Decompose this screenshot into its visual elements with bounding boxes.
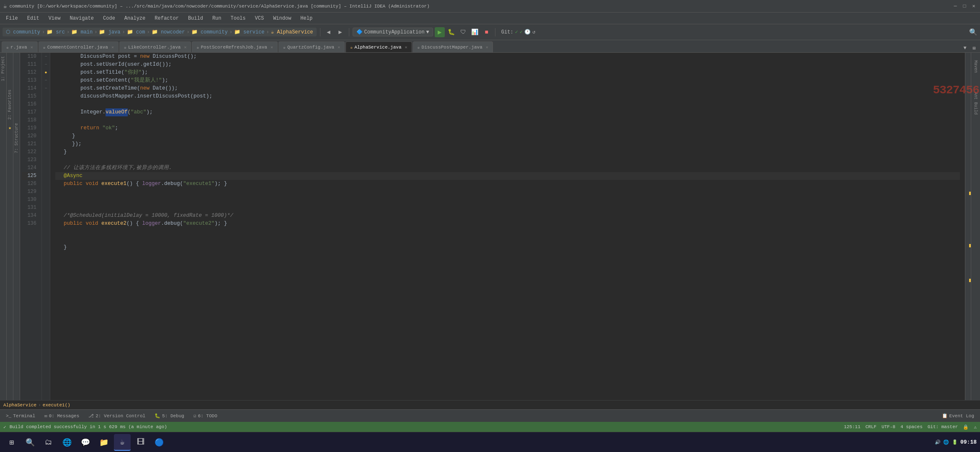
menu-window[interactable]: Window (269, 14, 295, 23)
tab-like-controller[interactable]: ☕ LikeController.java ✕ (119, 41, 191, 52)
code-line-129 (55, 204, 960, 212)
cursor-position[interactable]: 125:11 (844, 424, 861, 429)
minimize-button[interactable]: — (952, 3, 958, 9)
structure-panel[interactable]: 7: Structure (13, 53, 20, 400)
bottom-tab-messages[interactable]: ✉ 0: Messages (40, 411, 83, 420)
bottom-tab-terminal[interactable]: >_ Terminal (2, 412, 39, 420)
crumb-main[interactable]: 📁 main (71, 29, 93, 35)
tab-post-score[interactable]: ☕ PostScoreRefreshJob.java ✕ (192, 41, 278, 52)
title-left: ☕ community [D:/work/workspace/community… (3, 3, 430, 10)
taskbar-app[interactable]: 🔵 (151, 434, 168, 451)
git-section: Git: ✓ ✓ 🕐 ↺ (501, 29, 536, 35)
tab-list-button[interactable]: ▼ (961, 44, 969, 52)
back-button[interactable]: ◀ (324, 27, 334, 37)
tab-close-alpha[interactable]: ✕ (405, 45, 407, 50)
breadcrumb-execute1[interactable]: execute1() (43, 403, 70, 408)
tab-discuss-mapper[interactable]: ☕ DiscussPostMapper.java ✕ (413, 41, 493, 52)
code-editor[interactable]: 110 111 112 113 114 115 116 117 118 119 … (20, 53, 971, 400)
code-content[interactable]: DiscussPost post = new DiscussPost(); po… (50, 53, 965, 400)
tab-icon-comment: ☕ (43, 45, 46, 50)
gutter-131-fold[interactable]: − (42, 85, 50, 92)
menu-run[interactable]: Run (208, 14, 226, 23)
taskbar-folder[interactable]: 📁 (95, 434, 112, 451)
toolbar: ⬡ community › 📁 src › 📁 main › 📁 java › … (0, 24, 980, 40)
git-undo[interactable]: ↺ (532, 29, 535, 35)
toolbar-breadcrumb[interactable]: ⬡ community › 📁 src › 📁 main › 📁 java › … (3, 28, 317, 36)
gutter-126-fold[interactable]: − (42, 77, 50, 85)
stop-button[interactable]: ■ (482, 27, 492, 37)
crumb-service[interactable]: 📁 service (234, 29, 265, 35)
coverage-button[interactable]: 🛡 (458, 27, 468, 37)
title-buttons: — □ ✕ (952, 3, 977, 9)
tab-split-button[interactable]: ⊞ (970, 44, 978, 52)
toolbar-separator2 (349, 28, 349, 36)
line-num-131: 131 (22, 204, 36, 212)
forward-button[interactable]: ▶ (335, 27, 346, 37)
debug-button[interactable]: 🐛 (446, 27, 456, 37)
menu-vcs[interactable]: VCS (251, 14, 268, 23)
crumb-com[interactable]: 📁 com (127, 29, 145, 35)
breadcrumb-alphaservice[interactable]: AlphaService (3, 403, 36, 408)
start-button[interactable]: ⊞ (3, 434, 20, 451)
taskbar-search[interactable]: 🔍 (22, 434, 39, 451)
indent-size[interactable]: 4 spaces (900, 424, 923, 429)
crumb-java[interactable]: 📁 java (99, 29, 120, 35)
bottom-tab-debug[interactable]: 🐛 5: Debug (150, 411, 188, 420)
gutter-122-fold[interactable]: − (42, 61, 50, 69)
global-search-icon[interactable]: 🔍 (969, 28, 977, 36)
maximize-button[interactable]: □ (962, 3, 967, 9)
gutter-marker-yellow3 (969, 279, 971, 282)
menu-build[interactable]: Build (184, 14, 207, 23)
tab-close-discuss[interactable]: ✕ (486, 45, 488, 50)
favorites-panel[interactable]: 2: Favorites ★ (7, 53, 13, 400)
menu-navigate[interactable]: Navigate (65, 14, 98, 23)
status-bar-right: 125:11 CRLF UTF-8 4 spaces Git: master 🔒… (844, 424, 977, 430)
crumb-src[interactable]: 📁 src (46, 29, 65, 35)
bottom-tab-version-control[interactable]: ⎇ 2: Version Control (84, 411, 150, 420)
tab-close-comment[interactable]: ✕ (111, 45, 114, 50)
taskbar-edge[interactable]: 🌐 (59, 434, 75, 451)
menu-view[interactable]: View (44, 14, 65, 23)
taskbar-intellij[interactable]: ☕ (114, 434, 131, 451)
taskbar-file-explorer[interactable]: 🗂 (40, 434, 57, 451)
tab-close-post-score[interactable]: ✕ (271, 45, 273, 50)
close-button[interactable]: ✕ (971, 3, 977, 9)
line-ending[interactable]: CRLF (866, 424, 877, 429)
gutter-120-fold[interactable]: − (42, 53, 50, 61)
project-panel[interactable]: 1: Project (0, 53, 7, 400)
tab-quartz-config[interactable]: ☕ QuartzConfig.java ✕ (279, 41, 345, 52)
line-num-110: 110 (22, 53, 36, 61)
run-config-dropdown[interactable]: 🔷 CommunityApplication ▼ (353, 28, 433, 36)
run-button[interactable]: ▶ (435, 27, 445, 37)
taskbar-chat[interactable]: 💬 (77, 434, 94, 451)
bottom-tab-todo[interactable]: ☑ 6: TODO (189, 411, 222, 420)
tab-close-quartz[interactable]: ✕ (338, 45, 340, 50)
menu-help[interactable]: Help (296, 14, 317, 23)
right-scroll-gutter[interactable] (965, 53, 971, 400)
tab-close-like[interactable]: ✕ (184, 45, 186, 50)
tab-alpha-service[interactable]: ☕ AlphaService.java ✕ (346, 41, 412, 52)
encoding[interactable]: UTF-8 (882, 424, 895, 429)
menu-analyze[interactable]: Analyze (120, 14, 150, 23)
code-line-131: public void execute2() { logger.debug("e… (55, 220, 960, 228)
crumb-alphaservice[interactable]: ☕ AlphaService (271, 29, 313, 35)
tab-r-java[interactable]: ☕ r.java ✕ (2, 41, 38, 52)
tab-comment-controller[interactable]: ☕ CommentController.java ✕ (39, 41, 119, 52)
crumb-community[interactable]: ⬡ community (6, 29, 40, 35)
crumb-nowcoder[interactable]: 📁 nowcoder (152, 29, 185, 35)
maven-panel-button[interactable]: Maven (972, 57, 979, 76)
event-log-button[interactable]: 📋 Event Log (938, 411, 978, 420)
profile-button[interactable]: 📊 (470, 27, 480, 37)
menu-tools[interactable]: Tools (227, 14, 250, 23)
git-checkmark2: ✓ (520, 29, 523, 35)
menu-refactor[interactable]: Refactor (150, 14, 183, 23)
bottom-tabs: >_ Terminal ✉ 0: Messages ⎇ 2: Version C… (0, 409, 980, 422)
menu-file[interactable]: File (2, 14, 22, 23)
menu-edit[interactable]: Edit (23, 14, 44, 23)
menu-code[interactable]: Code (99, 14, 119, 23)
git-branch[interactable]: Git: master (928, 424, 958, 429)
line-num-113: 113 (22, 77, 36, 85)
crumb-community2[interactable]: 📁 community (191, 29, 228, 35)
tab-close-r-java[interactable]: ✕ (31, 45, 33, 50)
taskbar-powerpoint[interactable]: 🎞 (132, 434, 149, 451)
